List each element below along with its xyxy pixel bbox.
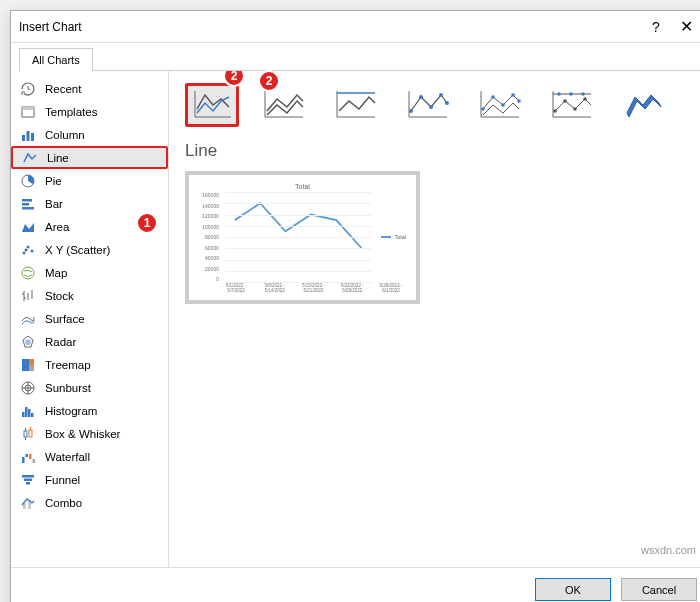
svg-rect-29 [25,407,28,417]
treemap-icon [19,357,37,373]
svg-point-10 [27,245,30,248]
preview-legend: Total [381,234,406,240]
sidebar-item-label: Templates [45,106,97,118]
sidebar-item-label: Funnel [45,474,80,486]
chart-category-sidebar: RecentTemplatesColumnLinePieBarAreaX Y (… [11,71,169,567]
svg-point-58 [429,105,433,109]
sidebar-item-label: X Y (Scatter) [45,244,110,256]
svg-point-60 [445,101,449,105]
svg-rect-23 [29,365,34,371]
svg-rect-7 [22,203,29,206]
subtype-stacked-line-markers[interactable] [473,83,527,127]
annotation-badge-2b: 2 [258,70,280,92]
svg-point-9 [23,251,26,254]
svg-rect-39 [29,454,32,459]
sidebar-item-label: Column [45,129,85,141]
subtype-3d-line[interactable] [617,83,671,127]
svg-rect-35 [29,430,32,437]
sidebar-item-histogram[interactable]: Histogram [11,399,168,422]
sidebar-item-pie[interactable]: Pie [11,169,168,192]
plot-area [225,192,371,282]
sidebar-item-label: Map [45,267,67,279]
titlebar: Insert Chart ? ✕ [11,11,700,43]
sidebar-item-label: Histogram [45,405,97,417]
sidebar-item-line[interactable]: Line [11,146,168,169]
box-icon [19,426,37,442]
svg-point-77 [583,97,587,101]
area-icon [19,219,37,235]
y-axis: 1600001400001200001000008000060000400002… [199,192,219,282]
sidebar-item-templates[interactable]: Templates [11,100,168,123]
sidebar-item-recent[interactable]: Recent [11,77,168,100]
insert-chart-dialog: Insert Chart ? ✕ All Charts RecentTempla… [10,10,700,602]
watermark: wsxdn.com [641,544,696,556]
chart-preview[interactable]: Total 1600001400001200001000008000060000… [185,171,420,304]
svg-rect-32 [24,431,27,437]
sidebar-item-treemap[interactable]: Treemap [11,353,168,376]
svg-point-64 [491,95,495,99]
sidebar-item-label: Area [45,221,69,233]
svg-rect-21 [22,359,29,371]
radar-icon [19,334,37,350]
funnel-icon [19,472,37,488]
svg-point-11 [31,249,34,252]
templates-icon [19,104,37,120]
main-panel: Line Total 16000014000012000010000080000… [169,71,700,567]
sidebar-item-waterfall[interactable]: Waterfall [11,445,168,468]
svg-point-75 [563,99,567,103]
svg-rect-8 [22,207,34,210]
sidebar-item-scatter[interactable]: X Y (Scatter) [11,238,168,261]
svg-point-66 [511,93,515,97]
svg-rect-6 [22,199,32,202]
stock-icon [19,288,37,304]
recent-icon [19,81,37,97]
svg-rect-38 [26,454,29,457]
sidebar-item-column[interactable]: Column [11,123,168,146]
x-axis: 5/1/2022 -5/7/20225/8/2022 -5/14/20225/1… [221,284,406,294]
sidebar-item-box[interactable]: Box & Whisker [11,422,168,445]
tab-all-charts[interactable]: All Charts [19,48,93,72]
svg-point-72 [569,92,573,96]
sidebar-item-stock[interactable]: Stock [11,284,168,307]
svg-point-73 [581,92,585,96]
cancel-button[interactable]: Cancel [621,578,697,601]
svg-rect-1 [22,107,34,110]
close-button[interactable]: ✕ [671,17,700,36]
sidebar-item-label: Waterfall [45,451,90,463]
surface-icon [19,311,37,327]
svg-point-76 [573,107,577,111]
sidebar-item-label: Sunburst [45,382,91,394]
combo-icon [19,495,37,511]
subtype-100-stacked-line-markers[interactable] [545,83,599,127]
waterfall-icon [19,449,37,465]
svg-rect-2 [22,135,25,141]
sidebar-item-label: Stock [45,290,74,302]
svg-point-67 [517,99,521,103]
svg-rect-40 [33,459,36,463]
sidebar-item-radar[interactable]: Radar [11,330,168,353]
sidebar-item-funnel[interactable]: Funnel [11,468,168,491]
svg-point-74 [553,109,557,113]
sidebar-item-map[interactable]: Map [11,261,168,284]
sidebar-item-label: Surface [45,313,85,325]
sidebar-item-label: Radar [45,336,76,348]
svg-rect-31 [31,413,34,417]
subtype-line[interactable] [185,83,239,127]
svg-rect-43 [26,482,30,485]
help-button[interactable]: ? [641,19,671,35]
svg-marker-20 [25,339,31,345]
sidebar-item-combo[interactable]: Combo [11,491,168,514]
subtype-100-stacked-line[interactable] [329,83,383,127]
sidebar-item-label: Pie [45,175,62,187]
column-icon [19,127,37,143]
sidebar-item-sunburst[interactable]: Sunburst [11,376,168,399]
svg-point-59 [439,93,443,97]
svg-point-57 [419,95,423,99]
sunburst-icon [19,380,37,396]
subtype-line-markers[interactable] [401,83,455,127]
line-icon [21,150,39,166]
sidebar-item-surface[interactable]: Surface [11,307,168,330]
tab-row: All Charts [11,43,700,71]
ok-button[interactable]: OK [535,578,611,601]
svg-point-13 [22,267,34,279]
